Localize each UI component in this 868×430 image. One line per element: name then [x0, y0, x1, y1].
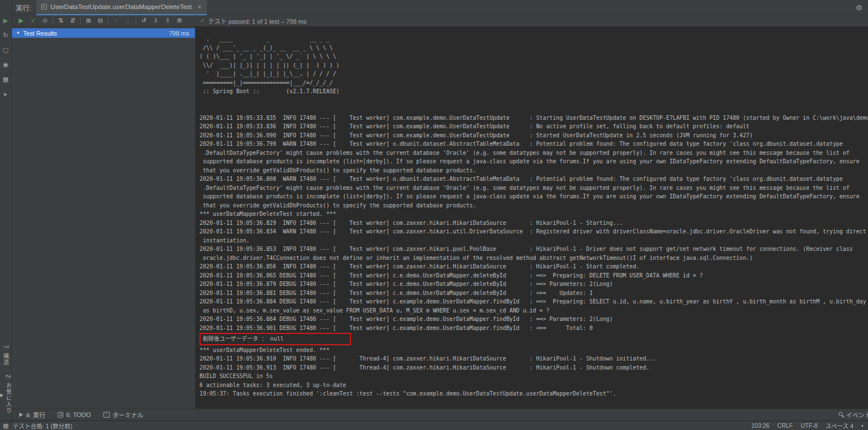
passed-check-icon: ✓ [200, 17, 205, 24]
tool-button-todo[interactable]: 6: TODO [58, 410, 91, 419]
caret-position[interactable]: 103:26 [751, 422, 769, 429]
todo-icon [58, 412, 63, 418]
workbench: ▶↻▢◉▦▸ 7: 構造2: お気に入り★ 実行: UserDataTestUp… [0, 0, 868, 420]
console-line: . ____ _ __ _ _ [199, 34, 868, 44]
frame-icon[interactable]: ▢ [3, 46, 8, 53]
search-icon [839, 412, 844, 418]
console-line: 2020-01-11 19:05:36.799 WARN 17480 --- [… [199, 140, 868, 149]
toolbar-separator [53, 17, 53, 24]
stop-icon[interactable]: ⊘ [39, 15, 51, 26]
tool-button-run[interactable]: 4: 実行 [19, 410, 45, 419]
ide-window: ▶↻▢◉▦▸ 7: 構造2: お気に入り★ 実行: UserDataTestUp… [0, 0, 868, 430]
test-toolbar-icons: ▶✓⊘⇅⇵⊞⊟↑↓↺⇩⇧⚙ [12, 15, 196, 26]
run-tool-window: 実行: UserDataTestUpdate.userDataMapperDel… [12, 0, 868, 420]
console-line: 2020-01-11 19:05:36.879 DEBUG 17480 --- … [199, 280, 868, 289]
console-line: BUILD SUCCESSFUL in 5s [199, 372, 868, 381]
sort-by-duration-icon[interactable]: ⇵ [67, 15, 79, 26]
sort-alphabetically-icon[interactable]: ⇅ [55, 15, 67, 26]
console-line: 2020-01-11 19:05:33.836 INFO 17480 --- [… [199, 122, 868, 131]
toolbar-separator [136, 17, 136, 24]
run-label: 実行: [16, 3, 31, 12]
toolbar-separator [80, 17, 81, 24]
console-line: 2020-01-11 19:05:36.881 DEBUG 17480 --- … [199, 289, 868, 298]
pin-icon[interactable]: ▸ [4, 90, 7, 97]
line-separator[interactable]: CRLF [778, 422, 793, 429]
console-line: 2020-01-11 19:05:36.910 INFO 17480 --- [… [199, 354, 868, 363]
run-tab-bar: 実行: UserDataTestUpdate.userDataMapperDel… [12, 0, 868, 15]
show-passed-icon[interactable]: ✓ [27, 15, 39, 26]
console-line: .DefaultDataTypeFactory' might cause pro… [199, 184, 868, 193]
test-results-label: Test Results [23, 30, 169, 37]
console-line: 2020-01-11 19:05:36.913 INFO 17480 --- [… [199, 363, 868, 372]
console-line: /\\ / ___'_ __ _ _(_)_ __ __ _ \ \ \ \ [199, 44, 868, 53]
test-history-icon[interactable]: ↺ [138, 15, 150, 26]
console-line: that you override getValidDbProducts() t… [199, 201, 868, 210]
console-output[interactable]: . ____ _ __ _ _ /\\ / ___'_ __ _ _(_)_ _… [196, 27, 868, 409]
console-line: 2020-01-11 19:05:36.865 DEBUG 17480 --- … [199, 271, 868, 280]
left-strip-bottom-buttons: 7: 構造2: お気に入り★ [0, 345, 12, 414]
test-results-panel: ▼ Test Results 798 ms [12, 27, 196, 409]
left-tool-window-bar: ▶↻▢◉▦▸ 7: 構造2: お気に入り★ [0, 0, 12, 420]
console-line: 2020-01-11 19:05:36.884 DEBUG 17480 --- … [199, 315, 868, 324]
console-line: ' |____| .__|_| |_|_| |_\__, | / / / / [199, 70, 868, 79]
indent-setting[interactable]: スペース 4 [826, 422, 854, 430]
expand-all-icon[interactable]: ⊞ [83, 15, 94, 26]
previous-occurrence-icon[interactable]: ↑ [110, 15, 122, 26]
grid-icon[interactable]: ▦ [3, 76, 8, 82]
tool-windows-icon[interactable]: ▦ [3, 422, 8, 429]
console-line: .DefaultDataTypeFactory' might cause pro… [199, 149, 868, 158]
rerun-tests-icon[interactable]: ▶ [15, 15, 27, 26]
console-line: 2020-01-11 19:05:36.090 INFO 17480 --- [… [199, 131, 868, 140]
event-log-button[interactable]: イベント・ログ [839, 410, 868, 419]
toolbar-separator [108, 17, 108, 24]
file-encoding[interactable]: UTF-8 [801, 422, 818, 429]
console-line [199, 105, 868, 114]
chevron-down-icon[interactable]: ▼ [16, 31, 20, 36]
notifications-icon[interactable]: ▪ [861, 422, 863, 429]
console-line: 19:05:37: Tasks execution finished ':cle… [199, 389, 868, 398]
run-tab-title: UserDataTestUpdate.userDataMapperDeleteT… [50, 3, 192, 10]
target-icon[interactable]: ◉ [3, 61, 8, 68]
status-bar: ▦ テスト合格: 1 (数分前) 103:26 CRLF UTF-8 スペース … [0, 420, 868, 430]
test-settings-gear-icon[interactable]: ⚙ [173, 15, 185, 26]
console-line: 2020-01-11 19:05:36.853 INFO 17480 --- [… [199, 245, 868, 254]
console-line: 6 actionable tasks: 3 executed, 3 up-to-… [199, 381, 868, 390]
console-line: 2020-01-11 19:05:36.884 DEBUG 17480 --- … [199, 297, 868, 306]
run-tab[interactable]: UserDataTestUpdate.userDataMapperDeleteT… [36, 0, 207, 15]
bottom-tool-window-bar: 4: 実行6: TODOターミナル イベント・ログ [12, 409, 868, 420]
next-occurrence-icon[interactable]: ↓ [122, 15, 134, 26]
structure-tool-button[interactable]: 7: 構造 [2, 345, 10, 366]
console-line: oracle.jdbc.driver.T4CConnection does no… [199, 254, 868, 263]
bottom-tool-bar-items: 4: 実行6: TODOターミナル [19, 410, 144, 419]
tool-button-terminal[interactable]: ターミナル [103, 410, 144, 419]
console-line [199, 96, 868, 105]
console-line: that you override getValidDbProducts() t… [199, 166, 868, 175]
console-line: supported database products is incomplet… [199, 157, 868, 166]
console-line: supported database products is incomplet… [199, 192, 868, 201]
console-line: instantiation. [199, 236, 868, 245]
export-test-results-icon[interactable]: ⇧ [162, 15, 173, 26]
test-results-root-row[interactable]: ▼ Test Results 798 ms [12, 28, 195, 38]
close-tab-icon[interactable]: × [197, 3, 202, 11]
run-icon[interactable]: ▶ [3, 17, 8, 24]
console-line: 2020-01-11 19:05:36.834 WARN 17480 --- [… [199, 227, 868, 236]
run-configuration-icon [41, 4, 47, 10]
settings-gear-icon[interactable]: ⚙ [856, 3, 862, 12]
star-icon: ★ [0, 392, 4, 398]
collapse-all-icon[interactable]: ⊟ [94, 15, 106, 26]
play-icon [19, 412, 23, 417]
console-line: :: Spring Boot :: (v2.1.7.RELEASE) [199, 87, 868, 96]
console-line: 2020-01-11 19:05:36.856 INFO 17480 --- [… [199, 262, 868, 271]
console-line: 2020-01-11 19:05:36.829 INFO 17480 --- [… [199, 219, 868, 228]
console-line: =========|_|==============|___/=/_/_/_/ [199, 79, 868, 88]
terminal-icon [103, 412, 110, 418]
import-test-results-icon[interactable]: ⇩ [150, 15, 162, 26]
sync-icon[interactable]: ↻ [3, 32, 8, 38]
event-log-label: イベント・ログ [846, 410, 868, 419]
console-line: 2020-01-11 19:05:36.808 WARN 17480 --- [… [199, 175, 868, 184]
console-line: *** userDataMapperDeleteTest ended. *** [199, 346, 868, 355]
favorites-tool-button[interactable]: 2: お気に入り★ [0, 375, 12, 414]
console-line: 2020-01-11 19:05:33.835 INFO 17480 --- [… [199, 114, 868, 123]
test-status-text: テスト passed: 1 of 1 test – 798 ms [208, 16, 306, 25]
console-line: as birthD, u.sex, m.sex_value as sex_val… [199, 306, 868, 315]
